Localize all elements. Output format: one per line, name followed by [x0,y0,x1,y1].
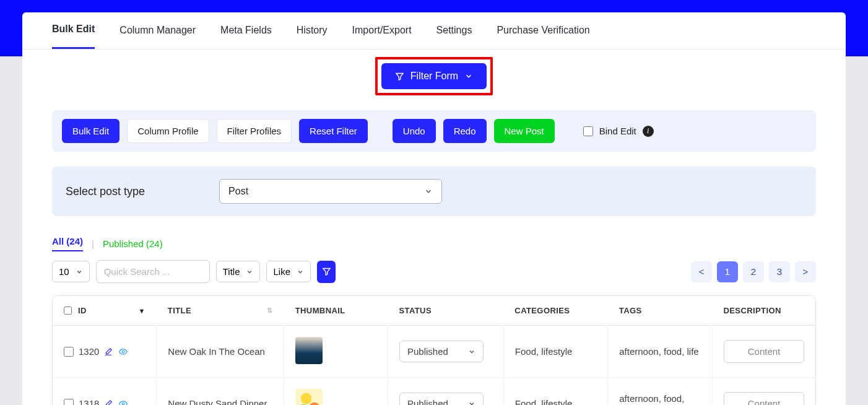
status-tab-published[interactable]: Published (24) [103,238,163,249]
action-toolbar: Bulk Edit Column Profile Filter Profiles… [52,110,816,152]
bind-edit-checkbox[interactable] [583,126,593,136]
chevron-down-icon [76,268,83,276]
filter-form-button[interactable]: Filter Form [381,63,487,89]
post-type-select[interactable]: Post [219,179,442,204]
apply-filter-button[interactable] [317,261,336,283]
page-size-value: 10 [59,266,69,277]
bulk-edit-button[interactable]: Bulk Edit [62,119,119,143]
tab-settings[interactable]: Settings [436,25,472,48]
col-header-id[interactable]: ID ▼ [53,296,157,326]
column-profile-button[interactable]: Column Profile [127,119,209,143]
eye-icon[interactable] [118,347,129,356]
row-checkbox[interactable] [64,399,74,406]
chevron-down-icon [246,268,253,276]
tab-column-manager[interactable]: Column Manager [119,25,196,48]
chevron-down-icon [424,187,433,196]
svg-point-1 [123,403,125,405]
svg-point-0 [123,351,125,353]
eye-icon[interactable] [118,399,129,406]
row-title[interactable]: New Dusty Sand Dinner [157,378,284,406]
page-3[interactable]: 3 [769,261,790,282]
filter-form-label: Filter Form [410,71,458,82]
page-next[interactable]: > [795,261,816,282]
reset-filter-button[interactable]: Reset Filter [299,119,368,143]
chevron-down-icon [468,348,475,355]
row-title[interactable]: New Oak In The Ocean [157,326,284,378]
row-categories[interactable]: Food, lifestyle [503,378,607,406]
tab-bulk-edit[interactable]: Bulk Edit [52,24,95,49]
redo-button[interactable]: Redo [443,119,487,143]
table-row: 1318 New Dusty Sand Dinner Published F [53,378,815,406]
col-header-status[interactable]: STATUS [388,296,504,326]
row-status-select[interactable]: Published [399,393,484,405]
row-categories[interactable]: Food, lifestyle [503,326,607,378]
edit-icon[interactable] [104,347,113,356]
col-id-label: ID [78,306,87,315]
pagination: < 1 2 3 > [691,261,816,282]
search-field-value: Title [223,266,240,277]
col-header-thumbnail[interactable]: THUMBNAIL [284,296,388,326]
undo-button[interactable]: Undo [393,119,436,143]
data-table: ID ▼ TITLE ⇅ THUMBNAIL STATUS CATEGORIES [52,295,816,405]
row-status-value: Published [407,346,448,357]
bind-edit-label: Bind Edit [599,126,636,136]
tab-history[interactable]: History [297,25,328,48]
col-header-description[interactable]: DESCRIPTION [713,296,816,326]
edit-icon[interactable] [104,399,113,406]
tab-bar: Bulk Edit Column Manager Meta Fields His… [22,12,846,50]
row-status-select[interactable]: Published [399,341,484,362]
operator-select[interactable]: Like [266,261,311,282]
select-all-checkbox[interactable] [64,307,72,315]
status-tab-all[interactable]: All (24) [52,236,83,251]
tab-meta-fields[interactable]: Meta Fields [220,25,272,48]
page-size-select[interactable]: 10 [52,261,90,282]
page-2[interactable]: 2 [743,261,764,282]
operator-value: Like [273,266,290,277]
list-controls-row: 10 Title Like < 1 2 3 > [52,260,816,283]
filter-form-row: Filter Form [22,50,846,103]
info-icon[interactable]: i [643,126,654,137]
post-type-row: Select post type Post [52,167,816,216]
tab-import-export[interactable]: Import/Export [352,25,412,48]
search-field-select[interactable]: Title [216,261,261,282]
row-content-button[interactable]: Content [724,340,804,363]
table-row: 1320 New Oak In The Ocean Published Fo [53,326,815,378]
post-type-value: Post [228,186,248,197]
row-status-value: Published [407,398,448,405]
status-filter-tabs: All (24) | Published (24) [52,236,816,251]
chevron-down-icon [297,268,304,276]
sort-caret-title: ⇅ [267,307,272,315]
chevron-down-icon [468,400,475,406]
col-title-label: TITLE [168,306,191,315]
row-tags[interactable]: afternoon, food, life [608,326,713,378]
post-type-label: Select post type [66,185,145,198]
col-header-title[interactable]: TITLE ⇅ [157,296,284,326]
tab-purchase-verification[interactable]: Purchase Verification [497,25,589,48]
chevron-down-icon [464,72,473,81]
funnel-icon [322,267,331,276]
new-post-button[interactable]: New Post [494,119,555,143]
row-checkbox[interactable] [64,347,74,357]
row-id: 1318 [79,398,99,405]
thumbnail-image[interactable] [295,337,323,364]
quick-search-input[interactable] [96,260,210,283]
filter-profiles-button[interactable]: Filter Profiles [217,119,292,143]
sort-caret-id: ▼ [139,307,145,315]
col-header-tags[interactable]: TAGS [608,296,713,326]
highlight-box: Filter Form [375,57,493,95]
bind-edit-toggle[interactable]: Bind Edit i [583,126,654,137]
page-prev[interactable]: < [691,261,712,282]
row-id: 1320 [79,346,99,357]
thumbnail-image[interactable] [295,389,323,405]
row-tags[interactable]: afternoon, food, life, summer [608,378,713,406]
page-1[interactable]: 1 [717,261,738,282]
main-panel: Bulk Edit Column Manager Meta Fields His… [22,12,846,405]
funnel-icon [395,72,404,81]
status-tab-separator: | [92,238,94,249]
col-header-categories[interactable]: CATEGORIES [503,296,607,326]
row-content-button[interactable]: Content [724,392,804,405]
